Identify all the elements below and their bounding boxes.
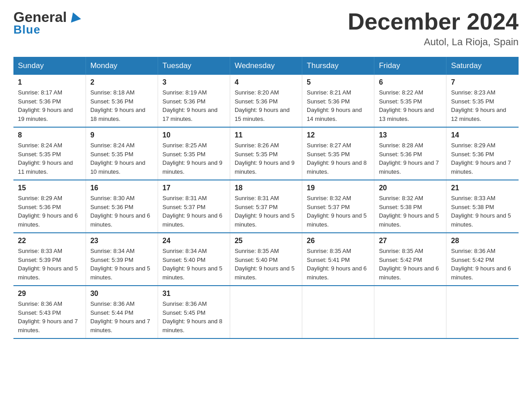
day-number: 12 bbox=[307, 131, 369, 139]
day-number: 17 bbox=[163, 184, 225, 192]
header-wednesday: Wednesday bbox=[230, 57, 302, 75]
day-number: 4 bbox=[235, 78, 297, 86]
day-info: Sunrise: 8:17 AMSunset: 5:36 PMDaylight:… bbox=[18, 89, 73, 122]
calendar-week-4: 22 Sunrise: 8:33 AMSunset: 5:39 PMDaylig… bbox=[13, 233, 519, 286]
day-info: Sunrise: 8:30 AMSunset: 5:36 PMDaylight:… bbox=[90, 195, 150, 228]
day-number: 26 bbox=[307, 237, 369, 245]
day-number: 15 bbox=[18, 184, 81, 192]
calendar-table: SundayMondayTuesdayWednesdayThursdayFrid… bbox=[13, 57, 519, 339]
day-number: 1 bbox=[18, 78, 81, 86]
day-number: 24 bbox=[163, 237, 225, 245]
day-number: 6 bbox=[379, 78, 442, 86]
day-number: 30 bbox=[90, 290, 153, 298]
calendar-day-2: 2 Sunrise: 8:18 AMSunset: 5:36 PMDayligh… bbox=[86, 75, 158, 127]
day-number: 14 bbox=[451, 131, 514, 139]
empty-cell bbox=[446, 286, 519, 338]
day-info: Sunrise: 8:23 AMSunset: 5:35 PMDaylight:… bbox=[451, 89, 506, 122]
header-thursday: Thursday bbox=[302, 57, 374, 75]
logo-blue: Blue bbox=[13, 23, 40, 37]
header-friday: Friday bbox=[374, 57, 446, 75]
day-number: 21 bbox=[451, 184, 514, 192]
day-info: Sunrise: 8:36 AMSunset: 5:42 PMDaylight:… bbox=[451, 248, 511, 281]
day-number: 11 bbox=[235, 131, 297, 139]
calendar-day-10: 10 Sunrise: 8:25 AMSunset: 5:35 PMDaylig… bbox=[158, 127, 230, 180]
calendar-day-5: 5 Sunrise: 8:21 AMSunset: 5:36 PMDayligh… bbox=[302, 75, 374, 127]
calendar-day-20: 20 Sunrise: 8:32 AMSunset: 5:38 PMDaylig… bbox=[374, 180, 446, 233]
calendar-day-29: 29 Sunrise: 8:36 AMSunset: 5:43 PMDaylig… bbox=[13, 286, 86, 338]
calendar-title: December 2024 bbox=[348, 9, 519, 34]
day-number: 2 bbox=[90, 78, 153, 86]
day-info: Sunrise: 8:33 AMSunset: 5:39 PMDaylight:… bbox=[18, 248, 78, 281]
calendar-day-30: 30 Sunrise: 8:36 AMSunset: 5:44 PMDaylig… bbox=[86, 286, 158, 338]
day-number: 9 bbox=[90, 131, 153, 139]
calendar-day-25: 25 Sunrise: 8:35 AMSunset: 5:40 PMDaylig… bbox=[230, 233, 302, 286]
calendar-day-23: 23 Sunrise: 8:34 AMSunset: 5:39 PMDaylig… bbox=[86, 233, 158, 286]
day-number: 5 bbox=[307, 78, 369, 86]
day-number: 3 bbox=[163, 78, 225, 86]
header-monday: Monday bbox=[86, 57, 158, 75]
calendar-day-21: 21 Sunrise: 8:33 AMSunset: 5:38 PMDaylig… bbox=[446, 180, 519, 233]
empty-cell bbox=[302, 286, 374, 338]
day-number: 28 bbox=[451, 237, 514, 245]
day-info: Sunrise: 8:24 AMSunset: 5:35 PMDaylight:… bbox=[18, 142, 73, 175]
calendar-week-5: 29 Sunrise: 8:36 AMSunset: 5:43 PMDaylig… bbox=[13, 286, 519, 338]
day-number: 13 bbox=[379, 131, 442, 139]
day-info: Sunrise: 8:35 AMSunset: 5:40 PMDaylight:… bbox=[235, 248, 295, 281]
day-info: Sunrise: 8:20 AMSunset: 5:36 PMDaylight:… bbox=[235, 89, 290, 122]
calendar-day-27: 27 Sunrise: 8:35 AMSunset: 5:42 PMDaylig… bbox=[374, 233, 446, 286]
day-info: Sunrise: 8:32 AMSunset: 5:38 PMDaylight:… bbox=[379, 195, 439, 228]
calendar-day-28: 28 Sunrise: 8:36 AMSunset: 5:42 PMDaylig… bbox=[446, 233, 519, 286]
day-info: Sunrise: 8:25 AMSunset: 5:35 PMDaylight:… bbox=[163, 142, 223, 175]
calendar-day-17: 17 Sunrise: 8:31 AMSunset: 5:37 PMDaylig… bbox=[158, 180, 230, 233]
day-info: Sunrise: 8:32 AMSunset: 5:37 PMDaylight:… bbox=[307, 195, 367, 228]
logo: General Blue bbox=[13, 9, 81, 37]
day-info: Sunrise: 8:35 AMSunset: 5:42 PMDaylight:… bbox=[379, 248, 439, 281]
calendar-day-1: 1 Sunrise: 8:17 AMSunset: 5:36 PMDayligh… bbox=[13, 75, 86, 127]
calendar-day-3: 3 Sunrise: 8:19 AMSunset: 5:36 PMDayligh… bbox=[158, 75, 230, 127]
day-number: 25 bbox=[235, 237, 297, 245]
day-number: 23 bbox=[90, 237, 153, 245]
empty-cell bbox=[230, 286, 302, 338]
day-info: Sunrise: 8:24 AMSunset: 5:35 PMDaylight:… bbox=[90, 142, 146, 175]
calendar-day-26: 26 Sunrise: 8:35 AMSunset: 5:41 PMDaylig… bbox=[302, 233, 374, 286]
day-number: 16 bbox=[90, 184, 153, 192]
day-number: 19 bbox=[307, 184, 369, 192]
calendar-header-row: SundayMondayTuesdayWednesdayThursdayFrid… bbox=[13, 57, 519, 75]
day-info: Sunrise: 8:36 AMSunset: 5:44 PMDaylight:… bbox=[90, 300, 150, 334]
day-number: 8 bbox=[18, 131, 81, 139]
day-info: Sunrise: 8:31 AMSunset: 5:37 PMDaylight:… bbox=[235, 195, 295, 228]
day-info: Sunrise: 8:34 AMSunset: 5:40 PMDaylight:… bbox=[163, 248, 223, 281]
calendar-day-19: 19 Sunrise: 8:32 AMSunset: 5:37 PMDaylig… bbox=[302, 180, 374, 233]
day-number: 18 bbox=[235, 184, 297, 192]
day-number: 29 bbox=[18, 290, 81, 298]
calendar-day-13: 13 Sunrise: 8:28 AMSunset: 5:36 PMDaylig… bbox=[374, 127, 446, 180]
day-info: Sunrise: 8:29 AMSunset: 5:36 PMDaylight:… bbox=[18, 195, 78, 228]
day-info: Sunrise: 8:31 AMSunset: 5:37 PMDaylight:… bbox=[163, 195, 223, 228]
page-header: General Blue December 2024 Autol, La Rio… bbox=[13, 9, 519, 48]
day-info: Sunrise: 8:18 AMSunset: 5:36 PMDaylight:… bbox=[90, 89, 146, 122]
day-info: Sunrise: 8:26 AMSunset: 5:35 PMDaylight:… bbox=[235, 142, 295, 175]
day-number: 10 bbox=[163, 131, 225, 139]
calendar-week-2: 8 Sunrise: 8:24 AMSunset: 5:35 PMDayligh… bbox=[13, 127, 519, 180]
header-sunday: Sunday bbox=[13, 57, 86, 75]
day-number: 20 bbox=[379, 184, 442, 192]
day-info: Sunrise: 8:27 AMSunset: 5:35 PMDaylight:… bbox=[307, 142, 367, 175]
calendar-day-14: 14 Sunrise: 8:29 AMSunset: 5:36 PMDaylig… bbox=[446, 127, 519, 180]
calendar-day-7: 7 Sunrise: 8:23 AMSunset: 5:35 PMDayligh… bbox=[446, 75, 519, 127]
calendar-day-31: 31 Sunrise: 8:36 AMSunset: 5:45 PMDaylig… bbox=[158, 286, 230, 338]
day-info: Sunrise: 8:36 AMSunset: 5:45 PMDaylight:… bbox=[163, 300, 223, 334]
calendar-day-18: 18 Sunrise: 8:31 AMSunset: 5:37 PMDaylig… bbox=[230, 180, 302, 233]
day-info: Sunrise: 8:33 AMSunset: 5:38 PMDaylight:… bbox=[451, 195, 511, 228]
title-block: December 2024 Autol, La Rioja, Spain bbox=[348, 9, 519, 48]
day-info: Sunrise: 8:35 AMSunset: 5:41 PMDaylight:… bbox=[307, 248, 367, 281]
header-tuesday: Tuesday bbox=[158, 57, 230, 75]
calendar-day-11: 11 Sunrise: 8:26 AMSunset: 5:35 PMDaylig… bbox=[230, 127, 302, 180]
calendar-day-24: 24 Sunrise: 8:34 AMSunset: 5:40 PMDaylig… bbox=[158, 233, 230, 286]
logo-triangle-icon bbox=[69, 11, 81, 24]
day-info: Sunrise: 8:19 AMSunset: 5:36 PMDaylight:… bbox=[163, 89, 218, 122]
calendar-day-12: 12 Sunrise: 8:27 AMSunset: 5:35 PMDaylig… bbox=[302, 127, 374, 180]
day-info: Sunrise: 8:21 AMSunset: 5:36 PMDaylight:… bbox=[307, 89, 362, 122]
header-saturday: Saturday bbox=[446, 57, 519, 75]
svg-marker-0 bbox=[69, 11, 81, 23]
calendar-subtitle: Autol, La Rioja, Spain bbox=[348, 36, 519, 48]
